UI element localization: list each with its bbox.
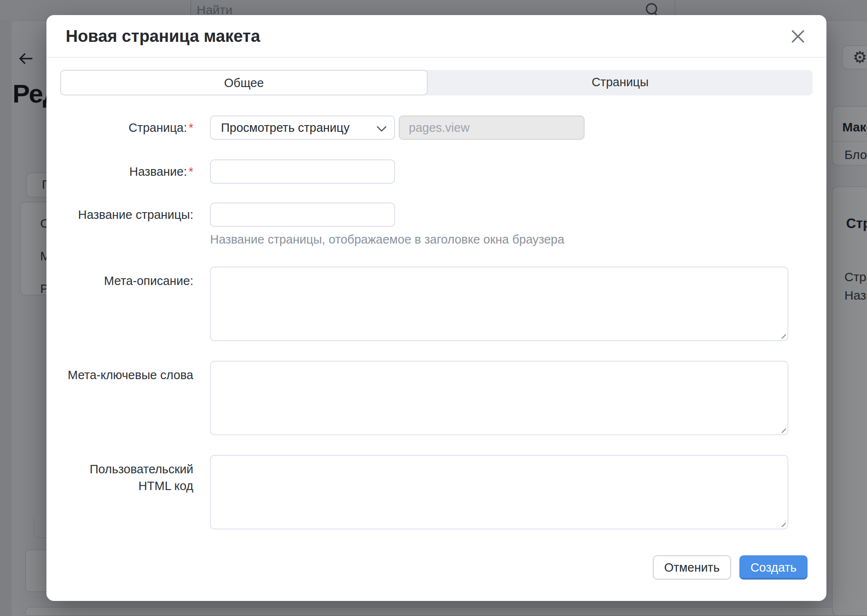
required-asterisk: *: [189, 121, 193, 134]
new-layout-page-dialog: Новая страница макета Общее Страницы Стр…: [46, 15, 826, 601]
name-input[interactable]: [210, 159, 395, 184]
close-icon: [790, 28, 806, 46]
field-row-name: Название:*: [46, 159, 826, 184]
field-row-meta-keywords: Мета-ключевые слова: [46, 361, 826, 435]
name-field-label: Название:*: [46, 163, 193, 180]
custom-html-textarea[interactable]: [210, 455, 788, 529]
field-row-page: Страница:* Просмотреть страницу pages.vi…: [46, 116, 826, 140]
meta-description-label: Мета-описание:: [46, 272, 193, 289]
screen: Найти Ред П С М Р ⚙ Макет Блоки Стра Стр…: [0, 0, 867, 616]
close-button[interactable]: [787, 26, 809, 48]
tab-general[interactable]: Общее: [60, 70, 428, 95]
meta-keywords-textarea[interactable]: [210, 361, 788, 435]
page-title-field-label: Название страницы:: [46, 206, 193, 223]
field-row-custom-html: Пользовательский HTML код: [46, 455, 826, 529]
page-select-value: Просмотреть страницу: [211, 121, 349, 135]
resize-grip-icon[interactable]: [779, 426, 786, 433]
page-title-help-text: Название страницы, отображаемое в заголо…: [210, 233, 564, 246]
route-field-value: pages.view: [400, 121, 469, 135]
tab-pages[interactable]: Страницы: [428, 70, 813, 95]
page-title-input[interactable]: [210, 203, 395, 227]
meta-description-textarea[interactable]: [210, 267, 788, 341]
page-select[interactable]: Просмотреть страницу: [210, 116, 395, 140]
required-asterisk: *: [189, 165, 193, 178]
dialog-footer: Отменить Создать: [46, 554, 826, 601]
create-button[interactable]: Создать: [739, 555, 808, 580]
field-row-meta-description: Мета-описание:: [46, 267, 826, 341]
dialog-header: Новая страница макета: [46, 15, 826, 58]
page-field-label: Страница:*: [46, 119, 193, 136]
dialog-title: Новая страница макета: [66, 15, 260, 57]
cancel-button[interactable]: Отменить: [653, 555, 731, 580]
resize-grip-icon[interactable]: [779, 331, 786, 339]
meta-keywords-label: Мета-ключевые слова: [46, 367, 193, 383]
resize-grip-icon[interactable]: [779, 520, 786, 527]
chevron-down-icon: [377, 126, 387, 133]
route-field-disabled: pages.view: [399, 116, 585, 140]
custom-html-label: Пользовательский HTML код: [46, 461, 193, 494]
dialog-tabbar: Общее Страницы: [60, 70, 813, 95]
field-row-page-title: Название страницы: Название страницы, от…: [46, 203, 826, 265]
